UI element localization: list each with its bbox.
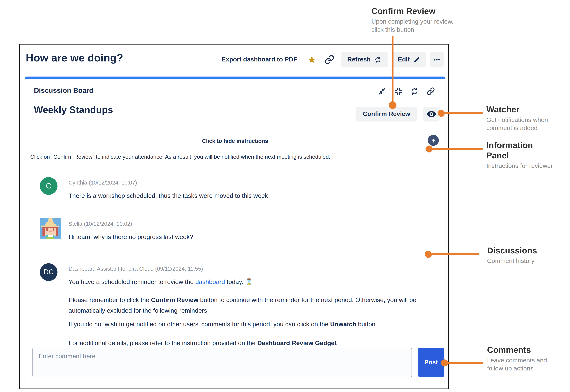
collapse-instructions-button[interactable] [428,135,439,146]
comment-text: There is a workshop scheduled, thus the … [69,190,268,201]
comment-timestamp: (10/12/2024, 10:02) [84,221,132,227]
comment-author: Cynthia [69,179,87,186]
discussion-topic-title: Weekly Standups [34,104,113,116]
gadget-accent-bar [25,77,445,79]
comment-author: Stella [69,221,82,227]
annotation-title: Confirm Review [371,6,454,16]
comment-timestamp: (09/12/2024, 11:55) [155,266,203,272]
callout-dot-discussions [425,251,432,258]
comment-paragraph: If you do not wish to get notified on ot… [69,319,436,330]
annotation-confirm-review: Confirm Review Upon completing your revi… [371,6,454,34]
gadget-title: Discussion Board [34,86,94,95]
annotation-desc: Instructions for reviewer [486,162,553,170]
annotation-watcher: Watcher Get notifications when comment i… [486,104,548,132]
comment-paragraph: For additional details, please refer to … [69,338,436,348]
comment-stella: Stella (10/12/2024, 10:02) Hi team, why … [40,216,436,242]
edit-button[interactable]: Edit [392,52,426,68]
dashboard-window: How are we doing? Export dashboard to PD… [19,44,449,389]
screenshot-canvas: How are we doing? Export dashboard to PD… [0,0,570,392]
instructions-text: Click on "Confirm Review" to indicate yo… [30,154,330,160]
collapse-icon[interactable] [378,87,386,97]
annotation-title: Information Panel [486,140,553,161]
annotation-title: Comments [487,345,547,355]
pencil-icon [413,56,420,63]
annotation-desc: Get notifications when comment is added [486,116,548,132]
callout-line-watcher [441,112,483,114]
edit-button-label: Edit [398,56,410,63]
avatar-stella-pixel-art [40,218,61,239]
watch-toggle-button[interactable] [423,107,440,122]
comment-text: Hi team, why is there no progress last w… [69,232,193,242]
comment-author: Dashboard Assistant for Jira Cloud [69,266,154,272]
annotation-title: Discussions [487,245,537,256]
annotation-discussions: Discussions Comment history [487,245,537,265]
callout-dot-watcher [438,110,445,117]
discussion-board-gadget: Discussion Board [25,77,445,382]
comment-timestamp: (10/12/2024, 10:07) [89,179,137,186]
more-options-button[interactable]: ••• [430,52,444,68]
callout-line-confirm-review [392,36,394,103]
divider [30,166,439,166]
annotation-desc: Upon completing your review, click this … [371,18,454,34]
post-button[interactable]: Post [418,348,444,377]
comment-paragraph: Please remember to click the Confirm Rev… [69,294,436,316]
callout-line-information-panel [429,148,483,150]
dashboard-toolbar: Export dashboard to PDF ★ Refresh Edit [222,52,443,68]
callout-dot-information-panel [426,145,432,152]
avatar-cynthia: C [40,177,57,195]
comment-text: You have a scheduled reminder to review … [69,277,436,287]
refresh-button[interactable]: Refresh [341,52,388,68]
eye-icon [426,109,437,119]
annotation-desc: Leave comments and follow up actions [487,357,547,373]
comment-cynthia: C Cynthia (10/12/2024, 10:07) There is a… [40,175,436,201]
callout-line-discussions [428,253,479,255]
comment-input[interactable] [32,348,412,377]
copy-link-icon[interactable] [324,55,334,64]
annotation-desc: Comment history [487,257,537,265]
page-title: How are we doing? [26,52,123,64]
arrow-up-icon [430,138,436,143]
divider [31,135,439,135]
favorite-star-icon[interactable]: ★ [307,55,316,65]
annotation-title: Watcher [486,104,548,114]
callout-line-comments [444,362,483,364]
callout-dot-confirm-review [389,101,397,109]
reload-gadget-icon[interactable] [411,87,418,97]
confirm-review-button[interactable]: Confirm Review [356,107,418,122]
comment-dashboard-assistant: DC Dashboard Assistant for Jira Cloud (0… [40,261,436,348]
sync-icon [374,56,381,63]
avatar-dashboard-assistant: DC [40,263,57,281]
callout-dot-comments [441,359,448,366]
gadget-link-icon[interactable] [427,87,435,97]
annotation-information-panel: Information Panel Instructions for revie… [486,140,553,170]
gadget-controls [378,87,435,97]
hide-instructions-toggle[interactable]: Click to hide instructions [25,138,445,144]
refresh-button-label: Refresh [347,56,371,63]
annotation-comments: Comments Leave comments and follow up ac… [487,345,547,373]
minimize-corners-icon[interactable] [394,87,402,97]
export-dashboard-link[interactable]: Export dashboard to PDF [222,56,297,63]
